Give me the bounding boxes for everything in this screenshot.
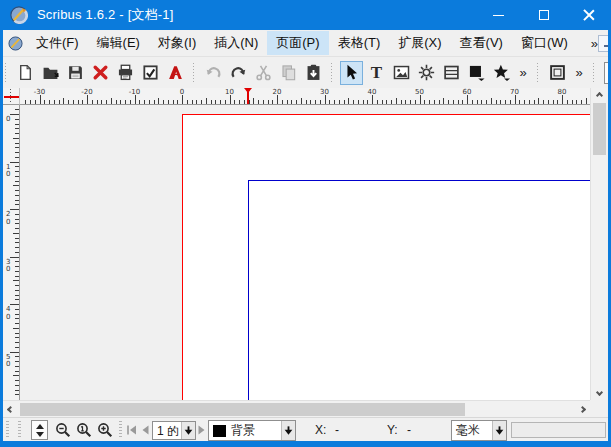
cut-button[interactable] [252,61,275,85]
ruler-tick [15,128,19,129]
insert-render-frame-button[interactable] [415,61,438,85]
document-mdi-icon [8,36,23,51]
ruler-tick [111,98,112,104]
cut-icon [255,64,272,81]
x-coordinate-label: X: [315,423,326,437]
vertical-scrollbar-thumb[interactable] [593,103,606,155]
menu-item-edit[interactable]: 编辑(E) [88,31,149,55]
menu-item-extras[interactable]: 扩展(X) [389,31,450,55]
insert-shape-button[interactable] [465,61,488,85]
insert-image-frame-button[interactable] [390,61,413,85]
zoom-out-button[interactable] [53,420,73,440]
toolbar-grip [536,63,540,83]
scroll-up-button[interactable] [591,88,608,103]
menu-item-windows[interactable]: 窗口(W) [512,31,577,55]
menu-item-table[interactable]: 表格(T) [329,31,390,55]
insert-polygon-button[interactable] [490,61,513,85]
first-page-button[interactable] [125,422,138,438]
ruler-tick [78,100,79,104]
ruler-tick [63,98,64,104]
page[interactable] [182,114,590,400]
vertical-ruler-cursor-marker [4,96,19,98]
ruler-tick [13,185,19,186]
menu-item-item[interactable]: 对象(I) [149,31,205,55]
ruler-tick [15,219,19,220]
horizontal-ruler[interactable]: -30-20-1001020304050607080 [20,88,590,105]
minimize-button[interactable] [476,0,521,30]
unit-selector[interactable]: 毫米 [451,420,507,441]
menu-item-view[interactable]: 查看(V) [451,31,512,55]
page-number-combo[interactable]: 1 的 [152,421,196,440]
ruler-tick [268,100,269,104]
menu-item-file[interactable]: 文件(F) [27,31,88,55]
print-document-button[interactable] [114,61,137,85]
close-document-icon [92,64,109,81]
ruler-tick [15,385,19,386]
open-document-button[interactable] [39,61,62,85]
ruler-origin-corner[interactable] [3,88,20,105]
redo-button[interactable] [227,61,250,85]
ruler-tick [310,100,311,104]
preflight-verifier-button[interactable] [139,61,162,85]
scroll-right-button[interactable] [575,401,590,418]
ruler-tick [320,100,321,104]
menu-overflow-chevron[interactable]: » [591,36,598,51]
zoom-level-spinner[interactable] [31,420,48,440]
pdf-push-button-button[interactable] [546,61,569,85]
ruler-tick [15,380,19,381]
scroll-left-button[interactable] [3,401,18,418]
close-document-button[interactable] [89,61,112,85]
new-document-button[interactable] [14,61,37,85]
ruler-tick [10,257,19,258]
scroll-down-button[interactable] [591,385,608,400]
minimize-icon [493,15,504,16]
previous-page-button[interactable] [138,422,151,438]
canvas[interactable] [20,105,590,400]
select-item-button[interactable] [340,61,363,85]
copy-button[interactable] [277,61,300,85]
undo-button[interactable] [202,61,225,85]
menu-item-insert[interactable]: 插入(N) [205,31,267,55]
zoom-in-button[interactable] [95,420,115,440]
title-bar[interactable]: Scribus 1.6.2 - [文档-1] [0,0,611,30]
horizontal-scrollbar-thumb[interactable] [20,403,465,416]
ruler-tick [15,190,19,191]
copy-icon [280,64,297,81]
zoom-100-button[interactable] [74,420,94,440]
maximize-button[interactable] [521,0,566,30]
window-border-bottom [0,441,611,447]
vertical-ruler[interactable]: 01 02 03 04 05 0 [3,105,20,400]
unit-dropdown-button[interactable] [492,421,506,440]
insert-text-frame-button[interactable]: T [365,61,388,85]
ruler-tick [116,100,117,104]
ruler-tick [25,100,26,104]
ruler-tick [15,181,19,182]
ruler-tick [10,209,19,210]
more-pdf-tools-button[interactable]: » [571,61,587,85]
menu-item-page[interactable]: 页面(P) [267,31,328,55]
close-button[interactable] [566,0,611,30]
ruler-tick [477,100,478,104]
ruler-tick [443,98,444,104]
ruler-tick [377,100,378,104]
ruler-tick [15,318,19,319]
ruler-tick [192,100,193,104]
save-as-pdf-button[interactable] [164,61,187,85]
next-page-button[interactable] [195,422,208,438]
ruler-tick [13,280,19,281]
vertical-scrollbar[interactable] [590,88,607,400]
save-document-button[interactable] [64,61,87,85]
ruler-tick [562,95,563,104]
statusbar-grip [6,421,9,439]
more-insert-tools-button[interactable]: » [515,61,531,85]
horizontal-scrollbar[interactable] [3,400,590,417]
paste-button[interactable] [302,61,325,85]
ruler-tick [15,295,19,296]
page-combo-dropdown-button[interactable] [181,422,195,439]
y-coordinate-value: - [407,423,411,437]
layer-selector[interactable]: 背景 [208,420,296,441]
layer-dropdown-button[interactable] [281,421,295,440]
ruler-tick [291,100,292,104]
insert-table-button[interactable] [440,61,463,85]
toolbar-grip [4,63,8,83]
